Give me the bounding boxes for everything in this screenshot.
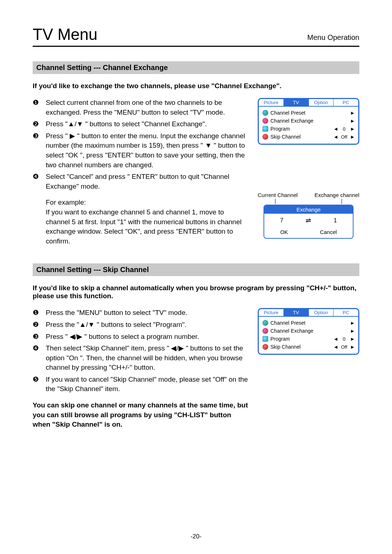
osd-skip-value: Off [338, 134, 350, 140]
swap-icon: ⇌ [306, 217, 311, 225]
osd-row-label: Program [270, 336, 334, 342]
step-s2-5: ❺ If you want to cancel "Skip Channel" m… [33, 375, 250, 394]
section2-content: ❶ Press the "MENU" button to select "TV"… [33, 308, 359, 430]
step-s2-2: ❷ Press the "▲/▼ " buttons to select "Pr… [33, 320, 250, 330]
exchange-top-labels: Current Channel Exchange channel [258, 192, 359, 198]
exchange-figure: Current Channel Exchange channel Exchang… [258, 192, 359, 239]
step-3-text: Press " ▶ " button to enter the menu. In… [46, 131, 250, 170]
section-channel-exchange-title: Channel Setting --- Channel Exchange [33, 61, 359, 74]
osd-tab-tv[interactable]: TV [284, 309, 309, 316]
osd-row-skip-channel[interactable]: Skip Channel ◀ Off ▶ [262, 343, 355, 351]
folder-icon [262, 336, 268, 342]
osd-row-channel-exchange[interactable]: Channel Exchange ▶ [262, 117, 355, 125]
chevron-right-icon: ▶ [350, 111, 355, 115]
osd-row-label: Channel Exchange [270, 118, 350, 124]
step-4-text: Select "Cancel" and press " ENTER" butto… [46, 172, 250, 191]
chevron-right-icon: ▶ [350, 329, 355, 333]
osd-menu-1: Picture TV Option PC Channel Preset ▶ Ch… [258, 98, 359, 145]
tool-icon [262, 118, 268, 124]
osd-row-label: Channel Exchange [270, 328, 350, 334]
section2-intro: If you'd like to skip a channel automati… [33, 284, 359, 300]
step-text: Press " ◀/▶ " buttons to select a progra… [46, 332, 250, 342]
osd-row-program[interactable]: Program ◀ 0 ▶ [262, 125, 355, 133]
osd-row-channel-exchange[interactable]: Channel Exchange ▶ [262, 327, 355, 335]
example-text: If you want to exchange channel 5 and ch… [46, 208, 250, 246]
osd-tab-tv[interactable]: TV [284, 99, 309, 106]
step-3: ❸ Press " ▶ " button to enter the menu. … [33, 131, 250, 170]
osd-row-label: Channel Preset [270, 110, 350, 116]
page-header: TV Menu Menu Operation [33, 25, 359, 47]
chevron-left-icon: ◀ [334, 135, 338, 139]
bullet-3: ❸ [33, 332, 46, 342]
bullet-5: ❺ [33, 375, 46, 394]
exchange-current-value: 7 [271, 217, 293, 224]
chevron-right-icon: ▶ [350, 345, 355, 349]
osd-tab-option[interactable]: Option [309, 99, 334, 106]
section1-figures: Picture TV Option PC Channel Preset ▶ Ch… [258, 98, 359, 239]
osd-row-program[interactable]: Program ◀ 0 ▶ [262, 335, 355, 343]
exchange-channel-label: Exchange channel [315, 192, 359, 198]
step-2-text: Press "▲/▼ " buttons to select "Channel … [46, 119, 250, 129]
step-text: Press the "▲/▼ " buttons to select "Prog… [46, 320, 250, 330]
osd-row-channel-preset[interactable]: Channel Preset ▶ [262, 319, 355, 327]
osd-tab-picture[interactable]: Picture [259, 309, 284, 316]
step-s2-3: ❸ Press " ◀/▶ " buttons to select a prog… [33, 332, 250, 342]
osd-row-skip-channel[interactable]: Skip Channel ◀ Off ▶ [262, 133, 355, 141]
cloud-icon [262, 344, 268, 350]
osd-tab-picture[interactable]: Picture [259, 99, 284, 106]
step-s2-4: ❹ Then select "Skip Channel" item, press… [33, 344, 250, 373]
section2-steps: ❶ Press the "MENU" button to select "TV"… [33, 308, 250, 430]
chevron-left-icon: ◀ [334, 345, 338, 349]
osd-row-label: Program [270, 126, 334, 132]
section1-content: ❶ Select current channel from one of the… [33, 98, 359, 246]
section1-steps: ❶ Select current channel from one of the… [33, 98, 250, 246]
osd-program-value: 0 [338, 126, 350, 132]
osd-tab-pc[interactable]: PC [334, 99, 358, 106]
osd-row-channel-preset[interactable]: Channel Preset ▶ [262, 109, 355, 117]
folder-icon [262, 126, 268, 132]
page-number: -20- [0, 533, 392, 540]
exchange-ticks [258, 199, 359, 204]
chevron-right-icon: ▶ [350, 337, 355, 341]
step-1: ❶ Select current channel from one of the… [33, 98, 250, 117]
step-s2-1: ❶ Press the "MENU" button to select "TV"… [33, 308, 250, 318]
bullet-4: ❹ [33, 172, 46, 191]
exchange-cancel-button[interactable]: Cancel [320, 229, 337, 235]
bullet-3: ❸ [33, 131, 46, 170]
exchange-dialog-row: 7 ⇌ 1 [264, 214, 353, 227]
exchange-dialog-buttons: OK Cancel [264, 227, 353, 238]
osd-skip-value: Off [338, 344, 350, 350]
bullet-4: ❹ [33, 344, 46, 373]
osd-body: Channel Preset ▶ Channel Exchange ▶ Prog… [259, 107, 358, 144]
section1-intro: If you'd like to exchange the two channe… [33, 82, 359, 90]
chevron-left-icon: ◀ [334, 337, 338, 341]
page-subtitle: Menu Operation [307, 33, 359, 42]
exchange-dialog-title: Exchange [264, 205, 353, 214]
section2-figure: Picture TV Option PC Channel Preset ▶ Ch… [258, 308, 359, 355]
osd-tab-option[interactable]: Option [309, 309, 334, 316]
osd-program-value: 0 [338, 336, 350, 342]
osd-tab-pc[interactable]: PC [334, 309, 358, 316]
tick-mark [342, 199, 342, 204]
step-1-text: Select current channel from one of the t… [46, 98, 250, 117]
osd-row-label: Skip Channel [270, 134, 334, 140]
chevron-right-icon: ▶ [350, 127, 355, 131]
chevron-left-icon: ◀ [334, 127, 338, 131]
osd-row-label: Skip Channel [270, 344, 334, 350]
chevron-right-icon: ▶ [350, 321, 355, 325]
current-channel-label: Current Channel [258, 192, 298, 198]
example-block: For example: If you want to exchange cha… [46, 198, 250, 246]
chevron-right-icon: ▶ [350, 135, 355, 139]
page-title: TV Menu [33, 25, 98, 44]
step-4: ❹ Select "Cancel" and press " ENTER" but… [33, 172, 250, 191]
tool-icon [262, 328, 268, 334]
bullet-2: ❷ [33, 119, 46, 129]
section2-outro: You can skip one channel or many channel… [33, 401, 250, 430]
osd-row-label: Channel Preset [270, 320, 350, 326]
step-2: ❷ Press "▲/▼ " buttons to select "Channe… [33, 119, 250, 129]
step-text: Then select "Skip Channel" item, press "… [46, 344, 250, 373]
exchange-dialog: Exchange 7 ⇌ 1 OK Cancel [264, 205, 354, 239]
osd-tabs: Picture TV Option PC [259, 99, 358, 107]
exchange-ok-button[interactable]: OK [280, 229, 288, 235]
osd-body: Channel Preset ▶ Channel Exchange ▶ Prog… [259, 317, 358, 354]
